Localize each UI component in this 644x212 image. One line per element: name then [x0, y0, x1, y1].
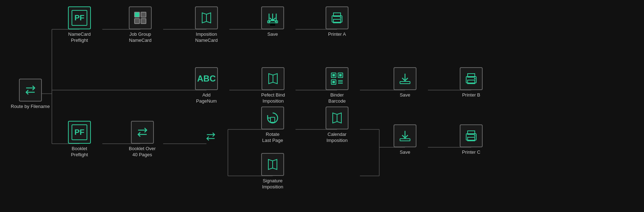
- booklet-over-40-icon-box: [131, 121, 154, 144]
- svg-rect-62: [400, 139, 410, 141]
- node-route-2: [202, 128, 219, 145]
- node-pefect-bind: Pefect BindImposition: [261, 67, 285, 104]
- pefect-bind-label: Pefect BindImposition: [261, 92, 285, 104]
- save-2-label: Save: [400, 92, 410, 98]
- job-group-icon-box: [129, 6, 152, 29]
- save-1-label: Save: [267, 31, 278, 38]
- node-calendar-imposition: CalendarImposition: [326, 107, 348, 144]
- node-save-1: Save: [261, 6, 284, 38]
- node-rotate-last-page: RotateLast Page: [261, 107, 284, 144]
- pf-icon-2: PF: [72, 124, 87, 140]
- svg-rect-44: [332, 81, 335, 83]
- imposition-namecard-label: ImpositionNameCard: [195, 31, 218, 44]
- route-label: Route by Filename: [11, 104, 50, 110]
- book-icon-4: [265, 157, 280, 172]
- printer-icon-a: [329, 10, 345, 26]
- node-printer-a: Printer A: [326, 6, 348, 38]
- save-icon-1: [265, 10, 280, 26]
- rotate-last-page-label: RotateLast Page: [262, 132, 283, 144]
- book-icon-3: [329, 110, 345, 126]
- booklet-over-40-label: Booklet Over40 Pages: [129, 146, 156, 158]
- save-icon-3: [397, 128, 413, 144]
- barcode-icon: [329, 71, 345, 87]
- calendar-imposition-label: CalendarImposition: [326, 132, 347, 144]
- workflow-diagram: Route by Filename PF NameCardPreflight J…: [0, 0, 644, 212]
- node-signature-imposition: SignatureImposition: [261, 153, 284, 190]
- save-icon-2: [397, 71, 413, 87]
- printer-icon-b: [463, 71, 479, 87]
- svg-rect-28: [135, 19, 140, 24]
- add-pagenum-icon-box: ABC: [195, 67, 218, 90]
- book-icon-2: [265, 71, 281, 87]
- save-2-icon-box: [394, 67, 416, 90]
- printer-c-label: Printer C: [462, 149, 480, 156]
- printer-c-icon-box: [460, 124, 483, 147]
- svg-point-53: [474, 78, 475, 79]
- route-icon-2: [135, 125, 150, 139]
- svg-rect-26: [135, 12, 140, 17]
- job-group-icon: [132, 10, 148, 26]
- svg-rect-49: [400, 82, 410, 84]
- binder-barcode-label: BinderBarcode: [328, 92, 346, 104]
- signature-imposition-icon-box: [261, 153, 284, 176]
- namecard-preflight-icon-box: PF: [68, 6, 91, 29]
- node-binder-barcode: BinderBarcode: [326, 67, 348, 104]
- pf-icon: PF: [72, 10, 87, 26]
- printer-a-icon-box: [326, 6, 348, 29]
- printer-icon-c: [463, 128, 479, 144]
- route-2-icon-box: [202, 128, 219, 145]
- node-imposition-namecard: ImpositionNameCard: [195, 6, 218, 44]
- node-add-pagenum: ABC AddPageNum: [195, 67, 218, 104]
- route-icon-box: [19, 79, 42, 102]
- booklet-preflight-label: BookletPreflight: [71, 146, 88, 158]
- abc-text: ABC: [197, 74, 216, 84]
- save-3-icon-box: [394, 124, 416, 147]
- node-printer-c: Printer C: [460, 124, 483, 156]
- printer-a-label: Printer A: [328, 31, 346, 38]
- book-icon-1: [199, 10, 214, 26]
- booklet-preflight-icon-box: PF: [68, 121, 91, 144]
- node-printer-b: Printer B: [460, 67, 483, 98]
- pefect-bind-icon-box: [262, 67, 284, 90]
- svg-point-66: [474, 135, 475, 137]
- node-job-group-namecard: Job GroupNameCard: [129, 6, 152, 44]
- svg-rect-42: [332, 74, 335, 77]
- connector-lines: [0, 0, 644, 212]
- save-3-label: Save: [400, 149, 410, 156]
- route-icon-3: [204, 130, 217, 143]
- namecard-preflight-label: NameCardPreflight: [68, 31, 91, 44]
- node-route-by-filename: Route by Filename: [11, 79, 50, 110]
- add-pagenum-label: AddPageNum: [196, 92, 217, 104]
- svg-rect-29: [141, 19, 146, 24]
- svg-rect-43: [339, 74, 342, 77]
- printer-b-label: Printer B: [462, 92, 480, 98]
- node-namecard-preflight: PF NameCardPreflight: [68, 6, 91, 44]
- rotate-icon: [265, 110, 280, 126]
- svg-rect-58: [270, 117, 275, 122]
- route-icon: [23, 83, 38, 97]
- signature-imposition-label: SignatureImposition: [262, 178, 283, 190]
- printer-b-icon-box: [460, 67, 483, 90]
- calendar-imposition-icon-box: [326, 107, 348, 129]
- node-booklet-over-40: Booklet Over40 Pages: [129, 121, 156, 158]
- svg-point-37: [340, 17, 341, 19]
- job-group-label: Job GroupNameCard: [129, 31, 152, 44]
- node-save-2: Save: [394, 67, 416, 98]
- imposition-namecard-icon-box: [195, 6, 218, 29]
- node-save-3: Save: [394, 124, 416, 156]
- save-1-icon-box: [261, 6, 284, 29]
- binder-barcode-icon-box: [326, 67, 348, 90]
- svg-rect-27: [141, 12, 146, 17]
- node-booklet-preflight: PF BookletPreflight: [68, 121, 91, 158]
- rotate-last-page-icon-box: [261, 107, 284, 129]
